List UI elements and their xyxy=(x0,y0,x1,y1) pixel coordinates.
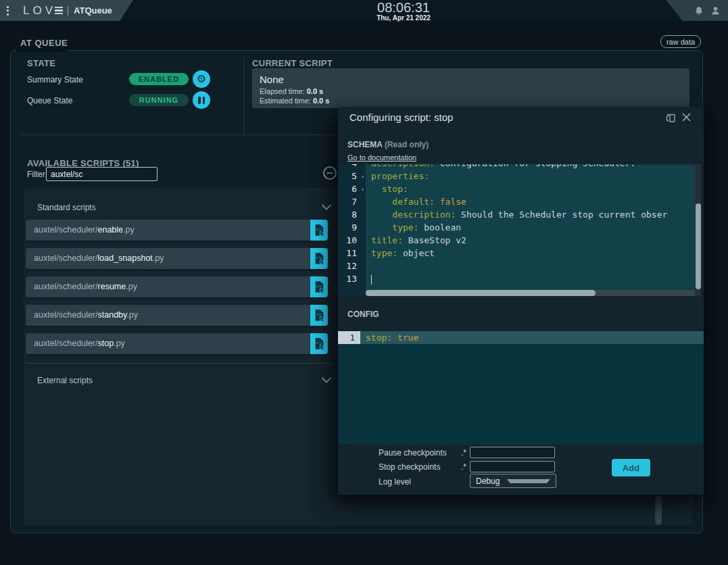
current-script-name: None xyxy=(260,74,284,85)
code-line xyxy=(366,272,695,285)
line-number: 5▾ xyxy=(338,170,366,182)
schema-hscroll-thumb[interactable] xyxy=(366,290,596,296)
code-line: stop: true xyxy=(360,331,704,344)
love-logo: LOV xyxy=(23,4,56,18)
schema-code: description: Configuration for stopping … xyxy=(366,164,695,285)
code-line: properties: xyxy=(366,170,695,182)
estimated-time: Estimated time: 0.0 s xyxy=(260,97,329,105)
launch-script-button[interactable]: </> xyxy=(310,248,328,269)
close-icon[interactable] xyxy=(680,112,692,124)
script-row[interactable]: auxtel/scheduler/standby.py</> xyxy=(26,305,328,326)
documentation-link[interactable]: Go to documentation xyxy=(347,153,416,162)
gear-icon: ⚙ xyxy=(197,74,206,84)
schema-hscroll-track xyxy=(366,290,695,296)
svg-text:</>: </> xyxy=(316,255,322,260)
code-line: type: object xyxy=(366,247,695,260)
launch-script-button[interactable]: </> xyxy=(310,220,328,241)
line-number: 12 xyxy=(338,260,366,272)
group-divider xyxy=(26,363,333,364)
external-scripts-group[interactable]: External scripts xyxy=(37,374,341,387)
clock: 08:06:31 Thu, Apr 21 2022 xyxy=(322,1,485,22)
svg-text:</>: </> xyxy=(316,312,322,316)
schema-code-area: description: Configuration for stopping … xyxy=(366,164,695,290)
stop-checkpoints-input[interactable] xyxy=(470,461,555,472)
code-line xyxy=(366,260,695,272)
summary-state-config-button[interactable]: ⚙ xyxy=(193,70,210,88)
chevron-down-icon xyxy=(507,479,550,483)
line-number: 6▾ xyxy=(338,182,366,195)
code-line: default: false xyxy=(366,195,695,208)
filter-label: Filter: xyxy=(27,170,47,179)
schema-gutter: 45▾6▾78910111213 xyxy=(338,164,366,285)
line-number: 1 xyxy=(338,331,360,344)
code-line: description: Configuration for stopping … xyxy=(366,164,695,170)
scripts-scrollbar-thumb[interactable] xyxy=(655,495,662,525)
current-script-title: CURRENT SCRIPT xyxy=(252,58,333,68)
user-icon[interactable] xyxy=(710,5,721,16)
svg-text:</>: </> xyxy=(316,284,322,288)
line-number: 10 xyxy=(338,234,366,247)
launch-script-button[interactable]: </> xyxy=(310,305,328,326)
script-row[interactable]: auxtel/scheduler/enable.py</> xyxy=(26,220,328,241)
filter-input[interactable] xyxy=(46,167,157,181)
clock-time: 08:06:31 xyxy=(322,1,485,14)
view-title: ATQueue xyxy=(74,5,112,16)
log-level-label: Log level xyxy=(379,476,466,487)
chevron-down-icon xyxy=(321,376,332,386)
notifications-bell-icon[interactable] xyxy=(694,5,704,16)
code-line: description: Should the Scheduler stop c… xyxy=(366,208,695,221)
line-number: 13 xyxy=(338,272,366,285)
summary-state-badge: ENABLED xyxy=(129,73,189,85)
schema-vscroll-track xyxy=(695,164,701,296)
legend-mask xyxy=(16,49,68,52)
code-line: title: BaseStop v2 xyxy=(366,234,695,247)
stop-checkpoints-label: Stop checkpoints.* xyxy=(379,461,466,472)
script-path: auxtel/scheduler/standby.py xyxy=(34,305,138,326)
text-cursor xyxy=(371,275,372,285)
script-path: auxtel/scheduler/stop.py xyxy=(34,333,125,354)
log-level-select[interactable]: Debug xyxy=(470,474,556,488)
top-bar: LOV ATQueue 08:06:31 Thu, Apr 21 2022 xyxy=(0,0,728,21)
script-path: auxtel/scheduler/enable.py xyxy=(34,220,135,241)
add-button[interactable]: Add xyxy=(612,459,650,476)
line-number: 7 xyxy=(338,195,366,208)
configure-script-modal: Configuring script: stop SCHEMA (Read on… xyxy=(338,107,704,495)
raw-data-button[interactable]: raw data xyxy=(660,35,701,48)
code-line: type: boolean xyxy=(366,221,695,234)
current-script-box: None Elapsed time: 0.0 s Estimated time:… xyxy=(252,68,689,108)
pause-checkpoints-input[interactable] xyxy=(470,447,555,458)
section-divider-vertical xyxy=(244,57,245,135)
script-row[interactable]: auxtel/scheduler/resume.py</> xyxy=(26,276,328,297)
config-code: stop: true xyxy=(360,331,704,344)
pause-icon xyxy=(198,97,205,104)
launch-script-button[interactable]: </> xyxy=(310,333,328,354)
atqueue-page: LOV ATQueue 08:06:31 Thu, Apr 21 2022 AT… xyxy=(0,0,728,565)
menu-dots-icon[interactable] xyxy=(7,5,16,16)
schema-title: SCHEMA (Read only) xyxy=(347,140,429,149)
launch-script-button[interactable]: </> xyxy=(310,276,328,297)
app-tab: LOV ATQueue xyxy=(0,0,142,21)
collapse-section-icon[interactable] xyxy=(322,166,338,182)
logo-divider xyxy=(68,6,68,16)
clock-date: Thu, Apr 21 2022 xyxy=(322,14,485,22)
svg-text:</>: </> xyxy=(316,227,322,231)
schema-vscroll-thumb[interactable] xyxy=(696,203,701,289)
standard-scripts-group[interactable]: Standard scripts xyxy=(37,201,341,214)
queue-state-badge: RUNNING xyxy=(129,94,189,106)
line-number: 9 xyxy=(338,221,366,234)
elapsed-time: Elapsed time: 0.0 s xyxy=(260,87,323,95)
line-number: 4 xyxy=(338,164,366,170)
script-list: auxtel/scheduler/enable.py</>auxtel/sche… xyxy=(26,220,330,362)
code-line: stop: xyxy=(366,182,695,195)
queue-pause-button[interactable] xyxy=(193,91,210,109)
love-logo-e-icon xyxy=(55,7,63,15)
script-row[interactable]: auxtel/scheduler/load_snapshot.py</> xyxy=(26,248,328,269)
script-path: auxtel/scheduler/resume.py xyxy=(34,276,137,297)
config-title: CONFIG xyxy=(347,310,379,319)
detach-window-icon[interactable] xyxy=(664,112,677,124)
script-row[interactable]: auxtel/scheduler/stop.py</> xyxy=(26,333,328,354)
config-editor[interactable]: 1 stop: true xyxy=(338,331,704,445)
queue-state-label: Queue State xyxy=(27,96,72,105)
summary-state-label: Summary State xyxy=(27,75,83,84)
config-gutter-bg xyxy=(338,331,360,445)
